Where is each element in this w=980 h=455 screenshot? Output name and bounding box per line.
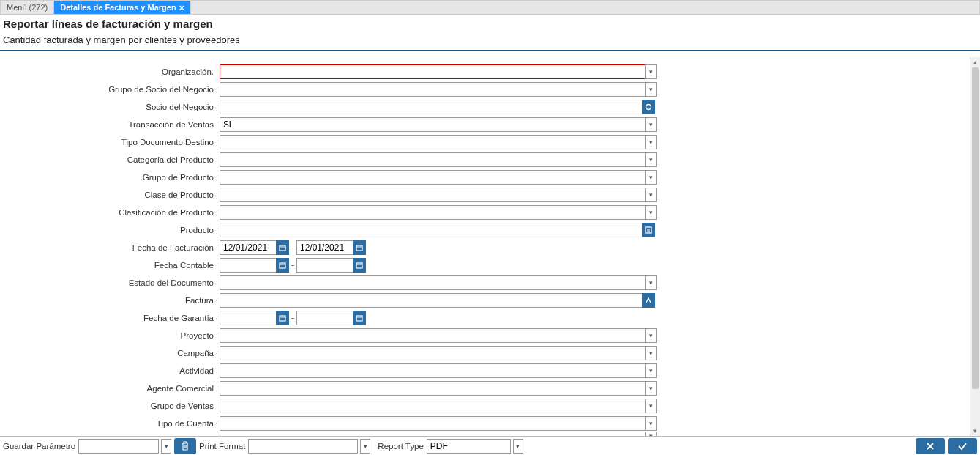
input-report-type[interactable] (427, 439, 511, 454)
input-categoria-prod[interactable] (220, 152, 646, 167)
dropdown-icon[interactable]: ▾ (645, 152, 657, 167)
ok-button[interactable] (948, 438, 977, 454)
calendar-icon[interactable] (353, 311, 366, 325)
input-grupo-socio[interactable] (220, 82, 646, 97)
input-organizacion[interactable] (220, 64, 646, 79)
label-grupo-socio: Grupo de Socio del Negocio (0, 85, 220, 94)
svg-rect-10 (356, 263, 362, 268)
scroll-down-icon[interactable]: ▾ (970, 426, 980, 436)
label-producto: Producto (0, 226, 220, 234)
scroll-up-icon[interactable]: ▴ (970, 57, 980, 67)
page-header: Reportar líneas de facturación y margen … (0, 15, 980, 51)
calendar-icon[interactable] (276, 258, 289, 273)
label-proyecto: Proyecto (0, 331, 220, 340)
cancel-button[interactable] (916, 438, 945, 454)
label-campana: Campaña (0, 349, 220, 358)
input-producto[interactable] (220, 223, 643, 237)
svg-point-0 (646, 105, 651, 110)
label-categoria-prod: Categoría del Producto (0, 155, 220, 164)
label-fecha-fact: Fecha de Facturación (0, 243, 220, 252)
label-report-type: Report Type (378, 442, 423, 451)
label-agente: Agente Comercial (0, 384, 220, 393)
tab-menu[interactable]: Menú (272) (1, 1, 54, 14)
range-separator: - (291, 313, 294, 323)
form-scroll: Organización. ▾ Grupo de Socio del Negoc… (0, 57, 970, 436)
calendar-icon[interactable] (353, 258, 366, 273)
input-clasif-prod[interactable] (220, 205, 646, 220)
dropdown-icon[interactable]: ▾ (161, 439, 171, 454)
page-title: Reportar líneas de facturación y margen (3, 18, 977, 30)
input-factura[interactable] (220, 293, 643, 308)
dropdown-icon[interactable]: ▾ (360, 439, 370, 454)
dropdown-icon[interactable]: ▾ (645, 346, 657, 360)
input-socio[interactable] (220, 100, 643, 114)
input-actividad[interactable] (220, 363, 646, 378)
input-campana[interactable] (220, 346, 646, 360)
label-tipo-doc: Tipo Documento Destino (0, 138, 220, 147)
range-separator: - (291, 260, 294, 270)
input-fecha-fact-from[interactable] (220, 240, 277, 255)
scrollbar-thumb[interactable] (972, 67, 979, 389)
tab-detalles[interactable]: Detalles de Facturas y Margen × (54, 1, 191, 14)
dropdown-icon[interactable]: ▾ (645, 363, 657, 378)
svg-rect-1 (646, 227, 651, 233)
dropdown-icon[interactable]: ▾ (645, 275, 657, 290)
range-separator: - (291, 243, 294, 253)
input-agente[interactable] (220, 381, 646, 396)
close-icon[interactable]: × (179, 3, 185, 12)
svg-rect-4 (280, 245, 285, 251)
delete-icon[interactable] (174, 438, 196, 454)
input-fecha-fact-to[interactable] (296, 240, 354, 255)
dropdown-icon[interactable]: ▾ (645, 117, 657, 132)
label-grupo-prod: Grupo de Producto (0, 173, 220, 182)
calendar-icon[interactable] (276, 240, 289, 255)
input-fecha-cont-to[interactable] (296, 258, 354, 273)
input-fecha-cont-from[interactable] (220, 258, 277, 273)
label-factura: Factura (0, 296, 220, 305)
calendar-icon[interactable] (276, 311, 289, 325)
dropdown-icon[interactable]: ▾ (645, 416, 657, 431)
label-actividad: Actividad (0, 366, 220, 375)
label-tipo-cuenta: Tipo de Cuenta (0, 419, 220, 428)
label-print-format: Print Format (199, 442, 245, 451)
input-fecha-gar-to[interactable] (296, 311, 354, 325)
page-subtitle: Cantidad facturada y margen por clientes… (3, 34, 977, 45)
label-save-param: Guardar Parámetro (3, 442, 75, 451)
product-info-icon[interactable] (642, 223, 655, 237)
input-save-param[interactable] (78, 439, 159, 454)
dropdown-icon[interactable]: ▾ (645, 399, 657, 413)
label-estado-doc: Estado del Documento (0, 278, 220, 287)
status-bar: Guardar Parámetro ▾ Print Format ▾ Repor… (0, 436, 980, 455)
input-grupo-prod[interactable] (220, 170, 646, 185)
dropdown-icon[interactable]: ▾ (645, 82, 657, 97)
dropdown-icon[interactable]: ▾ (645, 205, 657, 220)
input-clase-prod[interactable] (220, 188, 646, 202)
svg-rect-6 (356, 245, 362, 251)
svg-rect-12 (280, 316, 285, 321)
requery-icon[interactable] (642, 100, 655, 114)
label-fecha-cont: Fecha Contable (0, 261, 220, 270)
dropdown-icon[interactable]: ▾ (513, 439, 523, 454)
label-socio: Socio del Negocio (0, 103, 220, 111)
vertical-scrollbar[interactable]: ▴ ▾ (970, 57, 980, 436)
input-tipo-doc[interactable] (220, 135, 646, 149)
dropdown-icon[interactable]: ▾ (645, 328, 657, 343)
input-tipo-cuenta[interactable] (220, 416, 646, 431)
input-print-format[interactable] (248, 439, 358, 454)
input-fecha-gar-from[interactable] (220, 311, 277, 325)
input-grupo-ventas[interactable] (220, 399, 646, 413)
input-proyecto[interactable] (220, 328, 646, 343)
tab-menu-label: Menú (272) (7, 3, 48, 12)
dropdown-icon[interactable]: ▾ (645, 381, 657, 396)
dropdown-icon[interactable]: ▾ (645, 170, 657, 185)
assistant-icon[interactable] (642, 293, 655, 308)
label-clasif-prod: Clasificación de Producto (0, 208, 220, 217)
label-organizacion: Organización. (0, 67, 220, 76)
label-fecha-gar: Fecha de Garantía (0, 314, 220, 322)
input-estado-doc[interactable] (220, 275, 646, 290)
calendar-icon[interactable] (353, 240, 366, 255)
dropdown-icon[interactable]: ▾ (645, 188, 657, 202)
input-transaccion[interactable] (220, 117, 646, 132)
dropdown-icon[interactable]: ▾ (645, 64, 657, 79)
dropdown-icon[interactable]: ▾ (645, 135, 657, 149)
